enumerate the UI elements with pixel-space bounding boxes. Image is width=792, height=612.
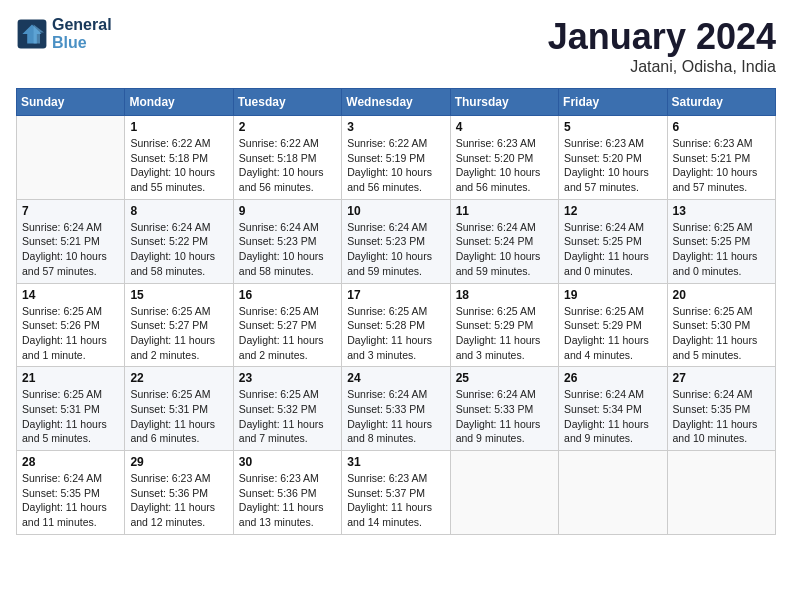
calendar-cell: 16Sunrise: 6:25 AM Sunset: 5:27 PM Dayli… (233, 283, 341, 367)
day-info: Sunrise: 6:25 AM Sunset: 5:26 PM Dayligh… (22, 304, 119, 363)
dow-header-monday: Monday (125, 89, 233, 116)
calendar-cell: 3Sunrise: 6:22 AM Sunset: 5:19 PM Daylig… (342, 116, 450, 200)
day-number: 27 (673, 371, 770, 385)
day-number: 7 (22, 204, 119, 218)
title-area: January 2024 Jatani, Odisha, India (548, 16, 776, 76)
day-info: Sunrise: 6:25 AM Sunset: 5:29 PM Dayligh… (564, 304, 661, 363)
calendar-cell: 12Sunrise: 6:24 AM Sunset: 5:25 PM Dayli… (559, 199, 667, 283)
day-number: 5 (564, 120, 661, 134)
calendar-cell: 30Sunrise: 6:23 AM Sunset: 5:36 PM Dayli… (233, 451, 341, 535)
day-info: Sunrise: 6:24 AM Sunset: 5:33 PM Dayligh… (456, 387, 553, 446)
calendar-cell: 9Sunrise: 6:24 AM Sunset: 5:23 PM Daylig… (233, 199, 341, 283)
day-number: 10 (347, 204, 444, 218)
day-info: Sunrise: 6:25 AM Sunset: 5:28 PM Dayligh… (347, 304, 444, 363)
day-number: 17 (347, 288, 444, 302)
day-info: Sunrise: 6:23 AM Sunset: 5:36 PM Dayligh… (130, 471, 227, 530)
calendar-cell: 18Sunrise: 6:25 AM Sunset: 5:29 PM Dayli… (450, 283, 558, 367)
day-info: Sunrise: 6:23 AM Sunset: 5:36 PM Dayligh… (239, 471, 336, 530)
days-of-week-row: SundayMondayTuesdayWednesdayThursdayFrid… (17, 89, 776, 116)
calendar-cell: 31Sunrise: 6:23 AM Sunset: 5:37 PM Dayli… (342, 451, 450, 535)
day-number: 26 (564, 371, 661, 385)
calendar-cell: 24Sunrise: 6:24 AM Sunset: 5:33 PM Dayli… (342, 367, 450, 451)
calendar-cell: 1Sunrise: 6:22 AM Sunset: 5:18 PM Daylig… (125, 116, 233, 200)
day-info: Sunrise: 6:24 AM Sunset: 5:35 PM Dayligh… (673, 387, 770, 446)
dow-header-tuesday: Tuesday (233, 89, 341, 116)
day-number: 28 (22, 455, 119, 469)
day-number: 30 (239, 455, 336, 469)
day-info: Sunrise: 6:22 AM Sunset: 5:18 PM Dayligh… (239, 136, 336, 195)
month-title: January 2024 (548, 16, 776, 58)
day-info: Sunrise: 6:22 AM Sunset: 5:18 PM Dayligh… (130, 136, 227, 195)
day-info: Sunrise: 6:24 AM Sunset: 5:34 PM Dayligh… (564, 387, 661, 446)
day-number: 16 (239, 288, 336, 302)
day-info: Sunrise: 6:24 AM Sunset: 5:35 PM Dayligh… (22, 471, 119, 530)
week-row-5: 28Sunrise: 6:24 AM Sunset: 5:35 PM Dayli… (17, 451, 776, 535)
day-number: 11 (456, 204, 553, 218)
week-row-1: 1Sunrise: 6:22 AM Sunset: 5:18 PM Daylig… (17, 116, 776, 200)
day-number: 6 (673, 120, 770, 134)
day-number: 22 (130, 371, 227, 385)
logo-text: General Blue (52, 16, 112, 52)
logo-icon (16, 18, 48, 50)
day-info: Sunrise: 6:24 AM Sunset: 5:25 PM Dayligh… (564, 220, 661, 279)
calendar-cell: 8Sunrise: 6:24 AM Sunset: 5:22 PM Daylig… (125, 199, 233, 283)
day-number: 29 (130, 455, 227, 469)
dow-header-sunday: Sunday (17, 89, 125, 116)
day-info: Sunrise: 6:25 AM Sunset: 5:25 PM Dayligh… (673, 220, 770, 279)
day-number: 31 (347, 455, 444, 469)
dow-header-thursday: Thursday (450, 89, 558, 116)
day-info: Sunrise: 6:24 AM Sunset: 5:23 PM Dayligh… (347, 220, 444, 279)
calendar-cell: 14Sunrise: 6:25 AM Sunset: 5:26 PM Dayli… (17, 283, 125, 367)
calendar-cell: 26Sunrise: 6:24 AM Sunset: 5:34 PM Dayli… (559, 367, 667, 451)
calendar-cell: 10Sunrise: 6:24 AM Sunset: 5:23 PM Dayli… (342, 199, 450, 283)
calendar-cell: 11Sunrise: 6:24 AM Sunset: 5:24 PM Dayli… (450, 199, 558, 283)
day-number: 4 (456, 120, 553, 134)
calendar-cell: 27Sunrise: 6:24 AM Sunset: 5:35 PM Dayli… (667, 367, 775, 451)
calendar-cell: 13Sunrise: 6:25 AM Sunset: 5:25 PM Dayli… (667, 199, 775, 283)
calendar-cell: 22Sunrise: 6:25 AM Sunset: 5:31 PM Dayli… (125, 367, 233, 451)
logo: General Blue (16, 16, 112, 52)
day-info: Sunrise: 6:23 AM Sunset: 5:20 PM Dayligh… (456, 136, 553, 195)
calendar-cell: 4Sunrise: 6:23 AM Sunset: 5:20 PM Daylig… (450, 116, 558, 200)
day-number: 18 (456, 288, 553, 302)
calendar-cell: 15Sunrise: 6:25 AM Sunset: 5:27 PM Dayli… (125, 283, 233, 367)
dow-header-friday: Friday (559, 89, 667, 116)
day-number: 12 (564, 204, 661, 218)
day-info: Sunrise: 6:24 AM Sunset: 5:23 PM Dayligh… (239, 220, 336, 279)
day-info: Sunrise: 6:25 AM Sunset: 5:27 PM Dayligh… (239, 304, 336, 363)
day-number: 25 (456, 371, 553, 385)
day-number: 20 (673, 288, 770, 302)
day-info: Sunrise: 6:25 AM Sunset: 5:31 PM Dayligh… (130, 387, 227, 446)
calendar-cell: 28Sunrise: 6:24 AM Sunset: 5:35 PM Dayli… (17, 451, 125, 535)
calendar-cell: 19Sunrise: 6:25 AM Sunset: 5:29 PM Dayli… (559, 283, 667, 367)
week-row-3: 14Sunrise: 6:25 AM Sunset: 5:26 PM Dayli… (17, 283, 776, 367)
day-number: 14 (22, 288, 119, 302)
day-number: 8 (130, 204, 227, 218)
calendar-cell: 23Sunrise: 6:25 AM Sunset: 5:32 PM Dayli… (233, 367, 341, 451)
calendar-cell (559, 451, 667, 535)
day-number: 23 (239, 371, 336, 385)
calendar-cell (667, 451, 775, 535)
page-header: General Blue January 2024 Jatani, Odisha… (16, 16, 776, 76)
day-info: Sunrise: 6:23 AM Sunset: 5:37 PM Dayligh… (347, 471, 444, 530)
day-info: Sunrise: 6:23 AM Sunset: 5:21 PM Dayligh… (673, 136, 770, 195)
calendar-cell: 25Sunrise: 6:24 AM Sunset: 5:33 PM Dayli… (450, 367, 558, 451)
day-number: 19 (564, 288, 661, 302)
day-number: 9 (239, 204, 336, 218)
calendar-cell: 5Sunrise: 6:23 AM Sunset: 5:20 PM Daylig… (559, 116, 667, 200)
day-number: 13 (673, 204, 770, 218)
calendar-cell: 7Sunrise: 6:24 AM Sunset: 5:21 PM Daylig… (17, 199, 125, 283)
calendar-cell (450, 451, 558, 535)
calendar-cell: 21Sunrise: 6:25 AM Sunset: 5:31 PM Dayli… (17, 367, 125, 451)
week-row-2: 7Sunrise: 6:24 AM Sunset: 5:21 PM Daylig… (17, 199, 776, 283)
day-number: 3 (347, 120, 444, 134)
day-info: Sunrise: 6:25 AM Sunset: 5:30 PM Dayligh… (673, 304, 770, 363)
day-info: Sunrise: 6:25 AM Sunset: 5:32 PM Dayligh… (239, 387, 336, 446)
day-number: 15 (130, 288, 227, 302)
day-info: Sunrise: 6:22 AM Sunset: 5:19 PM Dayligh… (347, 136, 444, 195)
dow-header-wednesday: Wednesday (342, 89, 450, 116)
day-info: Sunrise: 6:23 AM Sunset: 5:20 PM Dayligh… (564, 136, 661, 195)
calendar-cell: 20Sunrise: 6:25 AM Sunset: 5:30 PM Dayli… (667, 283, 775, 367)
calendar-cell (17, 116, 125, 200)
calendar-table: SundayMondayTuesdayWednesdayThursdayFrid… (16, 88, 776, 535)
